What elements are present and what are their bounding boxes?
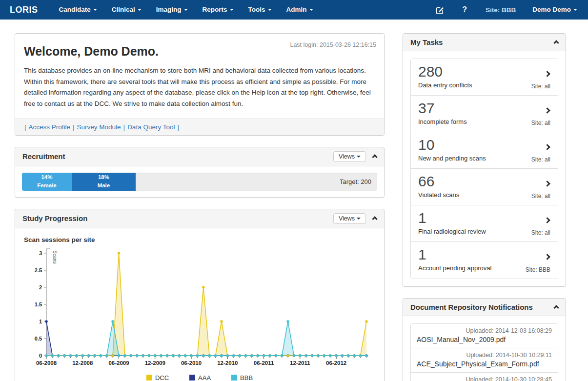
task-data-entry-conflicts[interactable]: 280 Data entry conflicts Site: all xyxy=(411,59,558,96)
data-query-tool-link[interactable]: Data Query Tool xyxy=(127,123,175,131)
task-violated-scans[interactable]: 66 Violated scans Site: all xyxy=(411,169,558,205)
svg-text:1.5: 1.5 xyxy=(35,301,42,307)
study-progression-panel: Study Progression Views Scan sessions pe… xyxy=(15,209,385,381)
task-site: Site: all xyxy=(531,193,550,200)
document-uploaded: Uploaded: 2014-12-03 16:08:29 xyxy=(417,327,552,334)
chevron-down-icon xyxy=(184,9,188,11)
collapse-icon[interactable] xyxy=(553,305,559,310)
main-content: Last login: 2015-03-26 12:16:15 Welcome,… xyxy=(0,20,588,381)
legend-item-dcc[interactable]: DCC xyxy=(146,374,169,381)
svg-text:12-2008: 12-2008 xyxy=(72,360,93,366)
document-uploaded: Uploaded: 2014-10-30 10:28:45 xyxy=(417,376,552,381)
my-tasks-title: My Tasks xyxy=(410,38,443,46)
task-final-radiological-review[interactable]: 1 Final radiological review Site: all xyxy=(411,205,558,242)
task-site: Site: all xyxy=(531,120,550,126)
recruitment-progress-bar: 14% Female 18% Male Target: 200 xyxy=(22,173,377,191)
task-list: 280 Data entry conflicts Site: all 37 In… xyxy=(410,59,558,279)
user-menu[interactable]: Demo Demo xyxy=(526,0,581,20)
task-new-pending-scans[interactable]: 10 New and pending scans Site: all xyxy=(411,132,558,169)
welcome-panel: Last login: 2015-03-26 12:16:15 Welcome,… xyxy=(15,33,385,136)
study-progression-chart: 00.511.522.53Scans06-200812-200806-20091… xyxy=(15,245,384,373)
legend-label: AAA xyxy=(198,374,211,381)
chevron-down-icon xyxy=(357,218,361,220)
menu-reports-label: Reports xyxy=(203,6,227,13)
navbar: LORIS Candidate Clinical Imaging Reports… xyxy=(0,0,588,20)
document-filename[interactable]: ACE_Subject_Physical_Exam_Form.pdf xyxy=(417,360,552,368)
document-repository-panel: Document Repository Notifications Upload… xyxy=(403,298,566,381)
loris-logo[interactable]: LORIS xyxy=(10,5,38,15)
task-count: 37 xyxy=(418,99,550,118)
task-site: Site: all xyxy=(531,156,550,163)
task-site: Site: BBB xyxy=(526,266,550,273)
menu-candidate-label: Candidate xyxy=(59,6,91,13)
legend-swatch xyxy=(189,375,195,381)
divider: | xyxy=(73,123,75,131)
site-indicator: Site: BBB xyxy=(476,6,526,14)
task-label: Data entry conflicts xyxy=(418,81,550,89)
user-name: Demo Demo xyxy=(532,6,571,13)
recruitment-header: Recruitment Views xyxy=(15,147,384,166)
document-item[interactable]: Uploaded: 2014-10-30 10:28:45 xyxy=(411,373,558,381)
legend-swatch xyxy=(231,375,237,381)
document-uploaded: Uploaded: 2014-10-30 10:29:11 xyxy=(417,352,552,359)
my-tasks-header: My Tasks xyxy=(403,34,566,51)
welcome-body: Last login: 2015-03-26 12:16:15 Welcome,… xyxy=(15,34,384,119)
help-icon[interactable]: ? xyxy=(453,0,476,20)
svg-text:06-2009: 06-2009 xyxy=(108,360,129,366)
document-repository-header: Document Repository Notifications xyxy=(403,299,566,316)
task-count: 10 xyxy=(418,136,550,154)
left-column: Last login: 2015-03-26 12:16:15 Welcome,… xyxy=(15,33,385,381)
recruitment-views-button[interactable]: Views xyxy=(333,151,366,162)
study-progression-header: Study Progression Views xyxy=(15,209,384,228)
navbar-right: ? Site: BBB Demo Demo xyxy=(426,0,581,20)
collapse-icon[interactable] xyxy=(372,217,377,222)
menu-tools[interactable]: Tools xyxy=(241,0,279,20)
menu-candidate[interactable]: Candidate xyxy=(52,0,104,20)
menu-admin-label: Admin xyxy=(286,6,307,13)
menu-imaging[interactable]: Imaging xyxy=(149,0,195,20)
svg-text:06-2010: 06-2010 xyxy=(181,360,202,366)
study-progression-title: Study Progression xyxy=(22,214,87,222)
task-label: New and pending scans xyxy=(418,155,550,162)
legend-label: DCC xyxy=(155,374,169,381)
access-profile-link[interactable]: Access Profile xyxy=(29,123,71,131)
task-incomplete-forms[interactable]: 37 Incomplete forms Site: all xyxy=(411,96,558,132)
menu-tools-label: Tools xyxy=(248,6,265,13)
progress-segment-male: 18% Male xyxy=(72,173,136,191)
welcome-links: |Access Profile|Survey Module|Data Query… xyxy=(15,119,384,135)
chevron-down-icon xyxy=(357,156,361,158)
menu-clinical-label: Clinical xyxy=(112,6,135,13)
menu-admin[interactable]: Admin xyxy=(279,0,321,20)
chevron-down-icon xyxy=(230,9,234,11)
chevron-down-icon xyxy=(573,9,577,11)
task-count: 1 xyxy=(418,245,550,264)
task-count: 280 xyxy=(418,62,550,81)
recruitment-panel: Recruitment Views 14% Female 18% Male xyxy=(15,147,385,198)
chart-legend: DCCAAABBB xyxy=(15,373,384,381)
svg-text:2.5: 2.5 xyxy=(35,267,42,273)
menu-clinical[interactable]: Clinical xyxy=(104,0,149,20)
views-label: Views xyxy=(339,153,355,160)
legend-item-bbb[interactable]: BBB xyxy=(231,374,253,381)
svg-text:Scans: Scans xyxy=(52,250,58,264)
legend-item-aaa[interactable]: AAA xyxy=(189,374,211,381)
my-tasks-panel: My Tasks 280 Data entry conflicts Site: … xyxy=(403,33,566,287)
document-item[interactable]: Uploaded: 2014-12-03 16:08:29 AOSI_Manua… xyxy=(411,324,558,348)
collapse-icon[interactable] xyxy=(372,155,377,160)
document-filename[interactable]: AOSI_Manual_Nov_2009.pdf xyxy=(417,336,552,343)
document-item[interactable]: Uploaded: 2014-10-30 10:29:11 ACE_Subjec… xyxy=(411,348,558,373)
study-progression-views-button[interactable]: Views xyxy=(333,213,366,224)
svg-text:12-2011: 12-2011 xyxy=(290,360,310,366)
male-label: Male xyxy=(72,181,136,190)
svg-text:06-2012: 06-2012 xyxy=(326,360,346,366)
survey-module-link[interactable]: Survey Module xyxy=(77,123,121,131)
collapse-icon[interactable] xyxy=(553,40,559,45)
female-label: Female xyxy=(22,181,72,190)
menu-reports[interactable]: Reports xyxy=(195,0,241,20)
recruitment-title: Recruitment xyxy=(22,152,65,160)
svg-text:12-2010: 12-2010 xyxy=(217,360,238,366)
task-account-pending-approval[interactable]: 1 Account pending approval Site: BBB xyxy=(411,242,558,279)
svg-text:06-2011: 06-2011 xyxy=(254,360,274,366)
legend-label: BBB xyxy=(240,374,253,381)
edit-icon[interactable] xyxy=(426,0,453,20)
